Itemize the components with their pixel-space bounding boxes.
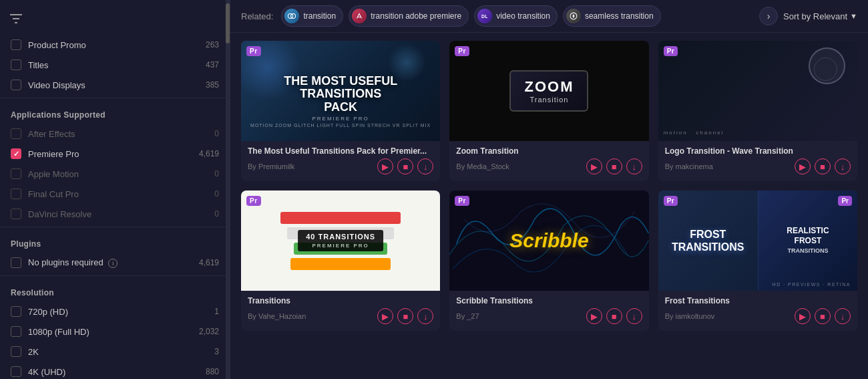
action-preview-scribble[interactable]: ▶	[586, 308, 602, 324]
tag-video-transition[interactable]: DL video transition	[474, 5, 558, 27]
chevron-right-btn[interactable]: ›	[759, 7, 778, 25]
filter-2k[interactable]: 2K 3	[0, 342, 230, 362]
action-bookmark-40trans[interactable]: ■	[397, 308, 413, 324]
filter-count-premiere-pro: 4,619	[199, 149, 219, 158]
action-download-frost[interactable]: ↓	[835, 308, 851, 324]
svg-text:DL: DL	[481, 14, 488, 19]
scroll-thumb[interactable]	[226, 3, 230, 43]
action-download-40trans[interactable]: ↓	[417, 308, 433, 324]
card-title-scribble: Scribble Transitions	[456, 296, 642, 305]
checkbox-4k[interactable]	[11, 366, 21, 377]
filter-label-apple-motion: Apple Motion	[28, 169, 208, 179]
filter-after-effects[interactable]: After Effects 0	[0, 124, 230, 144]
card-frost[interactable]: FROSTTRANSITIONS REALISTICFROSTTRANSITIO…	[658, 191, 857, 331]
card-title-logo-wave: Logo Transition - Wave Transition	[665, 146, 851, 156]
card-actions-transitions-pack: ▶ ■ ↓	[377, 158, 433, 174]
card-author-transitions-pack: By Premiumilk	[248, 162, 294, 170]
card-actions-40-transitions: ▶ ■ ↓	[377, 308, 433, 324]
checkbox-1080p[interactable]	[11, 326, 21, 337]
tag-transition-adobe[interactable]: transition adobe premiere	[349, 5, 469, 27]
zoom-box: ZOOM Transition	[509, 70, 588, 112]
bar-orange	[290, 258, 391, 270]
tag-label-seamless: seamless transition	[585, 11, 654, 21]
checkbox-2k[interactable]	[11, 346, 21, 357]
card-footer-40-transitions: By Vahe_Hazoian ▶ ■ ↓	[248, 308, 433, 324]
filter-720p[interactable]: 720p (HD) 1	[0, 301, 230, 322]
card-actions-frost: ▶ ■ ↓	[795, 308, 851, 324]
checkbox-video-displays[interactable]	[11, 80, 21, 90]
filter-4k[interactable]: 4K (UHD) 880	[0, 362, 230, 379]
card-logo-wave[interactable]: Pr (super) motion channel Logo Transitio…	[658, 41, 857, 181]
svg-point-4	[291, 14, 296, 19]
tag-avatar-video-transition: DL	[477, 9, 492, 23]
card-actions-zoom: ▶ ■ ↓	[586, 158, 642, 174]
card-40-transitions[interactable]: Pr 40 TRANSITIONSPREMIERE PRO Transition…	[241, 191, 440, 331]
scribble-title: Scribble	[509, 229, 588, 252]
sort-chevron-icon: ▼	[850, 12, 857, 20]
filter-final-cut-pro[interactable]: Final Cut Pro 0	[0, 184, 230, 204]
checkbox-final-cut-pro[interactable]	[11, 188, 21, 199]
action-download-scribble[interactable]: ↓	[626, 308, 642, 324]
filter-label-2k: 2K	[28, 347, 208, 357]
filter-titles[interactable]: Titles 437	[0, 55, 230, 75]
filter-product-promo[interactable]: Product Promo 263	[0, 35, 230, 55]
filter-video-displays[interactable]: Video Displays 385	[0, 75, 230, 95]
checkbox-titles[interactable]	[11, 59, 21, 70]
action-bookmark-frost[interactable]: ■	[815, 308, 831, 324]
action-download-logo-wave[interactable]: ↓	[835, 158, 851, 174]
card-badge-frost: Pr	[664, 196, 678, 206]
thumb-text-transitions-pack: THE MOST USEFULTRANSITIONSPACK PREMIERE …	[241, 75, 440, 128]
checkbox-premiere-pro[interactable]	[11, 148, 21, 159]
filter-premiere-pro[interactable]: Premiere Pro 4,619	[0, 144, 230, 164]
card-info-zoom: Zoom Transition By Media_Stock ▶ ■ ↓	[449, 141, 648, 181]
section-plugins: Plugins	[0, 230, 230, 253]
action-preview-40trans[interactable]: ▶	[377, 308, 393, 324]
tag-transition[interactable]: transition	[281, 5, 343, 27]
card-actions-scribble: ▶ ■ ↓	[586, 308, 642, 324]
filter-label-4k: 4K (UHD)	[28, 367, 199, 377]
info-icon[interactable]: i	[108, 259, 118, 268]
action-download-zoom[interactable]: ↓	[626, 158, 642, 174]
action-bookmark-logo-wave[interactable]: ■	[815, 158, 831, 174]
filter-icon-btn[interactable]	[0, 5, 230, 32]
filter-1080p[interactable]: 1080p (Full HD) 2,032	[0, 322, 230, 342]
checkbox-product-promo[interactable]	[11, 39, 21, 50]
card-transitions-pack[interactable]: Pr THE MOST USEFULTRANSITIONSPACK PREMIE…	[241, 41, 440, 181]
card-author-frost: By iamkoltunov	[665, 312, 715, 320]
filter-davinci-resolve[interactable]: DaVinci Resolve 0	[0, 204, 230, 224]
tag-seamless[interactable]: seamless transition	[563, 5, 661, 27]
action-preview-zoom[interactable]: ▶	[586, 158, 602, 174]
action-preview-logo-wave[interactable]: ▶	[795, 158, 811, 174]
card-title-frost: Frost Transitions	[665, 296, 851, 305]
checkbox-no-plugins[interactable]	[11, 257, 21, 268]
checkbox-720p[interactable]	[11, 306, 21, 317]
section-applications: Applications Supported	[0, 101, 230, 124]
card-scribble[interactable]: Pr Scribble Scribble Transitions By _27 …	[449, 191, 648, 331]
card-thumb-scribble: Pr Scribble	[449, 191, 648, 291]
filter-label-titles: Titles	[28, 60, 199, 70]
checkbox-after-effects[interactable]	[11, 128, 21, 139]
filter-label-video-displays: Video Displays	[28, 80, 199, 90]
action-bookmark-scribble[interactable]: ■	[606, 308, 622, 324]
card-zoom-transition[interactable]: Pr ZOOM Transition Zoom Transition By Me…	[449, 41, 648, 181]
card-thumb-zoom: Pr ZOOM Transition	[449, 41, 648, 141]
checkbox-apple-motion[interactable]	[11, 168, 21, 179]
card-title-40-transitions: Transitions	[248, 296, 433, 305]
action-preview-frost[interactable]: ▶	[795, 308, 811, 324]
action-bookmark-transitions-pack[interactable]: ■	[397, 158, 413, 174]
related-tags: transition transition adobe premiere DL …	[281, 5, 754, 27]
divider-1	[0, 98, 230, 98]
action-bookmark-zoom[interactable]: ■	[606, 158, 622, 174]
filter-no-plugins[interactable]: No plugins required i 4,619	[0, 253, 230, 273]
checkbox-davinci-resolve[interactable]	[11, 209, 21, 219]
sidebar: Product Promo 263 Titles 437 Video Displ…	[0, 0, 230, 379]
filter-count-after-effects: 0	[214, 129, 219, 138]
filter-count-720p: 1	[214, 307, 219, 316]
sort-button[interactable]: Sort by Relevant ▼	[783, 11, 857, 21]
product-grid: Pr THE MOST USEFULTRANSITIONSPACK PREMIE…	[230, 33, 868, 379]
action-preview-transitions-pack[interactable]: ▶	[377, 158, 393, 174]
card-actions-logo-wave: ▶ ■ ↓	[795, 158, 851, 174]
tag-label-transition-adobe: transition adobe premiere	[371, 11, 461, 21]
action-download-transitions-pack[interactable]: ↓	[417, 158, 433, 174]
filter-apple-motion[interactable]: Apple Motion 0	[0, 164, 230, 184]
